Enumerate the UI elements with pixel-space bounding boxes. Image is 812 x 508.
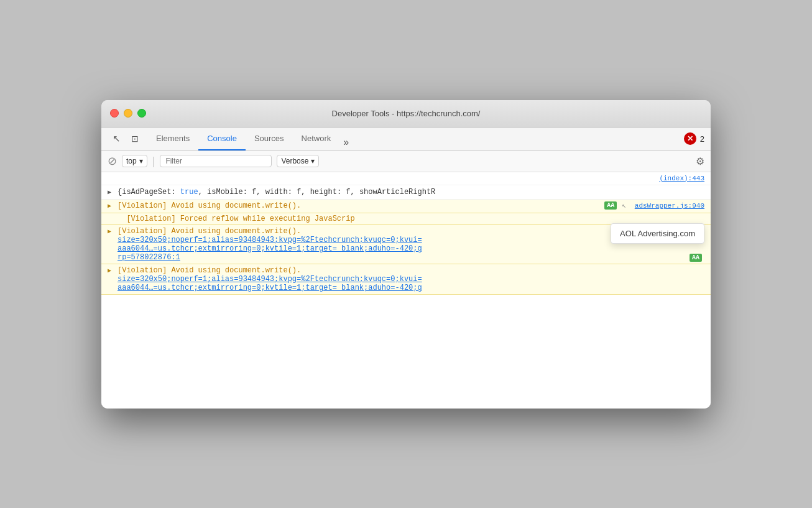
tab-network[interactable]: Network [293, 127, 340, 150]
violation-text-2: [Violation] Avoid using document.write()… [118, 227, 301, 236]
console-content: (index):443 ▶ {isAdPageSet: true, isMobi… [101, 172, 711, 409]
window-title: Developer Tools - https://techcrunch.com… [332, 109, 481, 118]
index-line: (index):443 [101, 172, 711, 186]
tooltip: AOL Advertising.com [611, 223, 704, 244]
expand-icon-3[interactable]: ▶ [108, 267, 111, 274]
more-tabs-button[interactable]: » [339, 134, 353, 150]
tab-console[interactable]: Console [198, 127, 246, 150]
expand-icon-2[interactable]: ▶ [108, 228, 111, 235]
divider-line: | [152, 155, 155, 168]
error-icon: ✕ [684, 132, 696, 145]
settings-icon[interactable]: ⚙ [696, 155, 704, 167]
expand-icon[interactable]: ▶ [108, 188, 111, 197]
clear-console-button[interactable]: ⊘ [108, 154, 117, 168]
filter-input[interactable] [160, 155, 272, 167]
violation-line-1: ▶ [Violation] Avoid using document.write… [101, 200, 711, 213]
sub-line-2[interactable]: aaa6044…=us.tchcr;extmirroring=0;kvtile=… [118, 244, 704, 253]
error-count-area: ✕ 2 [684, 132, 704, 145]
inspector-icon[interactable]: ↖ [108, 130, 125, 147]
context-selector[interactable]: top ▾ [122, 155, 147, 167]
log-level-label: Verbose [281, 157, 308, 165]
log-level-arrow: ▾ [311, 157, 315, 165]
violation-row-3: [Violation] Avoid using document.write()… [118, 266, 704, 275]
expand-icon-1[interactable]: ▶ [108, 202, 111, 210]
object-content: {isAdPageSet: true, isMobile: f, width: … [118, 187, 704, 198]
tab-elements[interactable]: Elements [147, 127, 198, 150]
titlebar: Developer Tools - https://techcrunch.com… [101, 100, 711, 127]
context-arrow: ▾ [139, 157, 143, 165]
error-count: 2 [700, 134, 704, 144]
violation-line-3: ▶ [Violation] Avoid using document.write… [101, 264, 711, 295]
log-level-selector[interactable]: Verbose ▾ [277, 155, 319, 167]
console-toolbar: ⊘ top ▾ | Verbose ▾ ⚙ [101, 151, 711, 172]
cursor-arrow: ↖ [622, 201, 626, 210]
violation-content-3: [Violation] Avoid using document.write()… [118, 266, 704, 292]
violation-cont-text: [Violation] Forced reflow while executin… [118, 215, 355, 223]
traffic-lights [110, 109, 146, 118]
aa-badge-1: AA [604, 201, 617, 210]
object-line: ▶ {isAdPageSet: true, isMobile: f, width… [101, 185, 711, 200]
sub-line-3-2[interactable]: aaa6044…=us.tchcr;extmirroring=0;kvtile=… [118, 284, 704, 292]
source-link-1[interactable]: adsWrapper.js:940 [629, 202, 704, 210]
sub-line-3-row: rp=578022876:1 AA [118, 253, 704, 262]
context-label: top [126, 157, 137, 165]
violation-text-3: [Violation] Avoid using document.write()… [118, 266, 301, 275]
tab-bar: ↖ ⊡ Elements Console Sources Network » ✕… [101, 127, 711, 151]
violation-row-1: [Violation] Avoid using document.write()… [118, 201, 704, 210]
device-icon[interactable]: ⊡ [126, 130, 144, 147]
violation-right-1: AA ↖ adsWrapper.js:940 [602, 201, 704, 210]
tooltip-text: AOL Advertising.com [620, 229, 695, 238]
minimize-button[interactable] [124, 109, 132, 118]
tabs: Elements Console Sources Network » [145, 127, 683, 150]
sub-line-3[interactable]: rp=578022876:1 [118, 253, 683, 262]
close-button[interactable] [110, 109, 119, 118]
index-link[interactable]: (index):443 [659, 173, 704, 184]
maximize-button[interactable] [137, 109, 146, 118]
devtools-window: Developer Tools - https://techcrunch.com… [101, 100, 711, 409]
tab-sources[interactable]: Sources [246, 127, 293, 150]
aa-badge-2: AA [690, 254, 702, 262]
sub-line-3-1[interactable]: size=320x50;noperf=1;alias=93484943;kvpg… [118, 275, 704, 284]
violation-text-1: [Violation] Avoid using document.write()… [118, 201, 602, 210]
